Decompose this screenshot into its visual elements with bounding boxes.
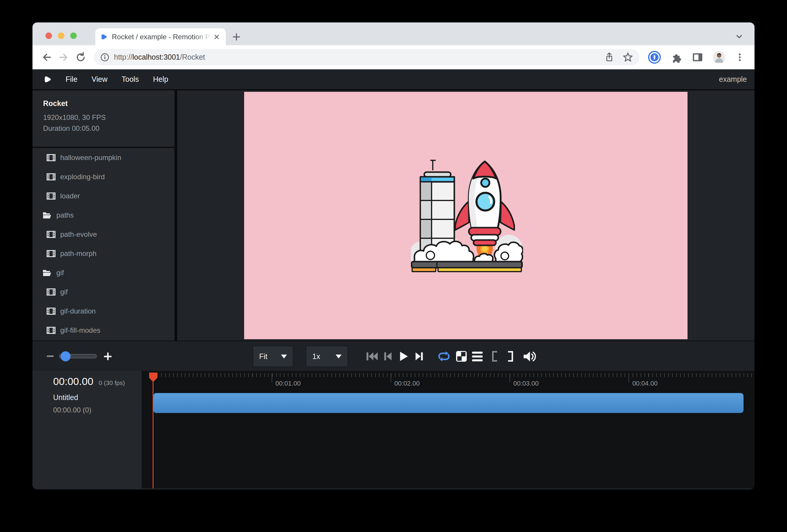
menu-file[interactable]: File bbox=[59, 75, 84, 84]
new-tab-button[interactable] bbox=[231, 31, 242, 43]
url-scheme: http:// bbox=[114, 53, 132, 61]
composition-resolution: 1920x1080, 30 FPS bbox=[43, 112, 174, 123]
browser-window: Rocket / example - Remotion P http://loc… bbox=[33, 22, 754, 489]
sidebar-item-gif-duration[interactable]: gif-duration bbox=[33, 301, 174, 321]
sidebar-item-label: gif-fill-modes bbox=[60, 326, 100, 335]
site-info-icon[interactable] bbox=[100, 52, 110, 62]
chevron-down-icon bbox=[336, 355, 342, 358]
film-icon bbox=[47, 173, 56, 180]
in-point-bracket-icon[interactable] bbox=[490, 341, 499, 371]
sidebar-item-gif[interactable]: gif bbox=[33, 282, 174, 301]
minimize-window-button[interactable] bbox=[58, 33, 64, 39]
reload-button[interactable] bbox=[75, 51, 87, 64]
remotion-favicon-icon bbox=[100, 33, 108, 41]
film-icon bbox=[47, 250, 56, 257]
ruler-label: 00:02.00 bbox=[395, 380, 420, 387]
menu-view[interactable]: View bbox=[84, 75, 114, 84]
timeline-clip[interactable] bbox=[153, 393, 744, 413]
film-icon bbox=[47, 307, 56, 315]
avatar[interactable] bbox=[712, 51, 726, 64]
play-button[interactable] bbox=[397, 341, 410, 371]
bundle-name-label: example bbox=[719, 75, 747, 84]
side-panel-icon[interactable] bbox=[692, 51, 704, 63]
tab-search-chevron-icon[interactable] bbox=[734, 31, 744, 42]
sidebar-item-label: path-morph bbox=[60, 250, 97, 258]
current-time: 00:00.00 bbox=[53, 376, 93, 387]
timeline-panel: 00:00.000 (30 fps) Untitled 00:00.00 (0)… bbox=[33, 371, 754, 488]
forward-button[interactable] bbox=[57, 51, 70, 64]
kebab-menu-icon[interactable] bbox=[735, 52, 745, 63]
menu-tools[interactable]: Tools bbox=[114, 75, 146, 84]
open-folder-icon bbox=[42, 211, 52, 219]
back-button[interactable] bbox=[40, 51, 53, 64]
sidebar-item-label: path-evolve bbox=[60, 230, 97, 238]
preview-area bbox=[177, 90, 754, 341]
sidebar-item-path-morph[interactable]: path-morph bbox=[33, 244, 174, 263]
timeline-tracks-icon[interactable] bbox=[471, 341, 483, 371]
bookmark-star-icon[interactable] bbox=[622, 52, 634, 63]
sidebar-folder-paths[interactable]: paths bbox=[33, 206, 174, 225]
transparency-checkerboard-icon[interactable] bbox=[455, 341, 467, 371]
film-icon bbox=[47, 327, 56, 334]
close-window-button[interactable] bbox=[45, 33, 52, 39]
open-folder-icon bbox=[42, 269, 52, 277]
active-tab[interactable]: Rocket / example - Remotion P bbox=[95, 28, 226, 45]
ruler-second-tick bbox=[272, 373, 272, 383]
zoom-in-icon[interactable] bbox=[104, 353, 112, 360]
compositions-sidebar: Rocket 1920x1080, 30 FPS Duration 00:05.… bbox=[33, 90, 177, 341]
rocket-illustration bbox=[411, 157, 523, 273]
size-select[interactable]: Fit bbox=[252, 345, 294, 367]
current-frame-label: 0 (30 fps) bbox=[99, 379, 125, 386]
address-bar[interactable]: http://localhost:3001/Rocket bbox=[94, 49, 639, 66]
sidebar-item-label: paths bbox=[56, 211, 74, 219]
zoom-out-icon[interactable] bbox=[47, 356, 54, 357]
sidebar-item-halloween-pumpkin[interactable]: halloween-pumpkin bbox=[33, 148, 174, 167]
skip-to-start-button[interactable] bbox=[365, 341, 379, 371]
sidebar-item-gif-fill-modes[interactable]: gif-fill-modes bbox=[33, 321, 174, 338]
track-name: Untitled bbox=[53, 393, 142, 402]
sidebar-item-path-evolve[interactable]: path-evolve bbox=[33, 225, 174, 244]
film-icon bbox=[47, 192, 56, 199]
close-tab-icon[interactable] bbox=[212, 33, 221, 41]
chevron-down-icon bbox=[281, 355, 287, 358]
extensions-puzzle-icon[interactable] bbox=[670, 51, 682, 63]
previous-frame-button[interactable] bbox=[382, 341, 394, 371]
password-manager-icon[interactable] bbox=[648, 50, 661, 64]
playhead[interactable] bbox=[149, 373, 157, 382]
ruler-second-tick bbox=[510, 373, 510, 383]
ruler-label: 00:04.00 bbox=[632, 380, 658, 387]
composition-canvas bbox=[244, 92, 687, 339]
playhead-line bbox=[153, 373, 153, 488]
ruler-second-tick bbox=[390, 373, 391, 383]
browser-toolbar: http://localhost:3001/Rocket bbox=[33, 45, 754, 69]
sidebar-item-loader[interactable]: loader bbox=[33, 186, 174, 206]
track-time: 00:00.00 (0) bbox=[53, 406, 142, 414]
url-host: localhost:3001 bbox=[132, 53, 180, 61]
window-controls bbox=[45, 33, 77, 39]
zoom-slider-thumb[interactable] bbox=[61, 351, 70, 361]
timeline-tracks[interactable]: 00:01.00 00:02.00 00:03.00 00:04.00 bbox=[142, 371, 754, 488]
loop-icon[interactable] bbox=[436, 341, 452, 371]
sidebar-item-label: loader bbox=[60, 192, 80, 200]
zoom-window-button[interactable] bbox=[70, 33, 77, 39]
film-icon bbox=[47, 289, 56, 296]
composition-duration: Duration 00:05.00 bbox=[43, 123, 174, 134]
sidebar-item-label: halloween-pumpkin bbox=[60, 153, 121, 162]
sidebar-item-exploding-bird[interactable]: exploding-bird bbox=[33, 167, 174, 186]
timeline-ruler[interactable] bbox=[153, 373, 753, 377]
menu-help[interactable]: Help bbox=[146, 75, 175, 84]
share-icon[interactable] bbox=[604, 52, 615, 63]
speed-select[interactable]: 1x bbox=[305, 345, 348, 367]
remotion-logo-icon[interactable] bbox=[43, 75, 52, 84]
speed-select-value: 1x bbox=[312, 352, 320, 361]
next-frame-button[interactable] bbox=[413, 341, 425, 371]
ruler-label: 00:03.00 bbox=[513, 380, 539, 387]
volume-icon[interactable] bbox=[521, 341, 537, 371]
sidebar-item-label: exploding-bird bbox=[60, 173, 105, 181]
sidebar-item-label: gif-duration bbox=[60, 307, 95, 315]
sidebar-folder-gif[interactable]: gif bbox=[33, 263, 174, 282]
film-icon bbox=[47, 231, 56, 238]
sidebar-item-label: gif bbox=[60, 288, 68, 296]
timeline-info: 00:00.000 (30 fps) Untitled 00:00.00 (0) bbox=[33, 371, 142, 488]
out-point-bracket-icon[interactable] bbox=[506, 341, 515, 371]
